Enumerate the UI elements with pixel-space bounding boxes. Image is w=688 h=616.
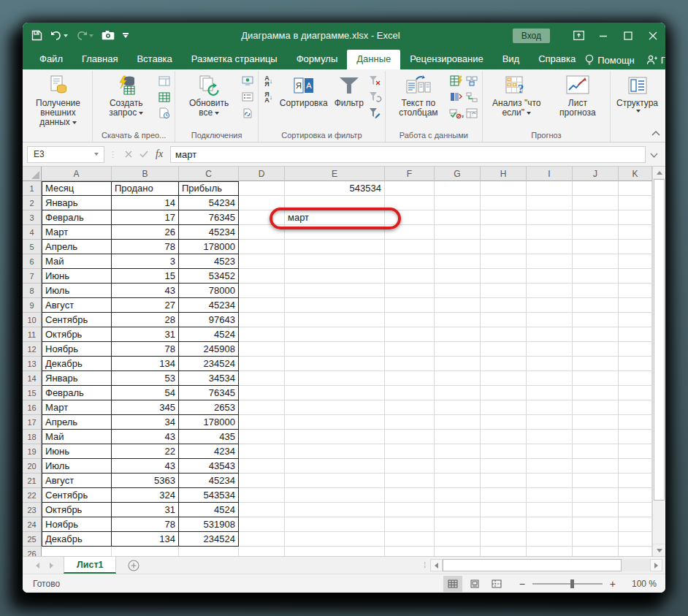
cell-A24[interactable]: Ноябрь <box>42 517 112 532</box>
cell-F9[interactable] <box>385 298 435 313</box>
cell-K1[interactable] <box>619 181 652 196</box>
row-header-5[interactable]: 5 <box>23 240 42 254</box>
cell-E26[interactable] <box>285 547 385 556</box>
qat-customize-icon[interactable] <box>123 33 129 38</box>
collapse-ribbon-icon[interactable] <box>651 126 660 139</box>
cell-F11[interactable] <box>385 327 435 342</box>
cell-F18[interactable] <box>385 430 435 444</box>
cell-K21[interactable] <box>619 474 652 488</box>
forecast-sheet-button[interactable]: Лист прогноза <box>549 72 607 129</box>
vertical-scrollbar[interactable] <box>652 167 665 556</box>
cell-J7[interactable] <box>573 269 619 284</box>
cell-I3[interactable] <box>527 210 573 225</box>
cell-E9[interactable] <box>285 298 385 313</box>
cell-I9[interactable] <box>527 298 573 313</box>
cell-D15[interactable] <box>239 386 285 400</box>
cell-I19[interactable] <box>527 444 573 459</box>
cell-B7[interactable]: 15 <box>112 269 179 284</box>
cell-D21[interactable] <box>239 474 285 488</box>
cell-G16[interactable] <box>435 400 481 415</box>
cell-B5[interactable]: 78 <box>112 240 179 254</box>
cell-J18[interactable] <box>573 430 619 444</box>
edit-links-icon[interactable] <box>240 106 255 120</box>
cell-E23[interactable] <box>285 503 385 517</box>
cell-H21[interactable] <box>481 474 527 488</box>
cell-D9[interactable] <box>239 298 285 313</box>
cell-C18[interactable]: 435 <box>179 430 239 444</box>
cell-A5[interactable]: Апрель <box>42 240 112 254</box>
cell-E13[interactable] <box>285 357 385 371</box>
cell-F8[interactable] <box>385 284 435 298</box>
cell-E24[interactable] <box>285 517 385 532</box>
cell-G9[interactable] <box>435 298 481 313</box>
cell-A20[interactable]: Июль <box>42 459 112 474</box>
cell-F23[interactable] <box>385 503 435 517</box>
cell-H18[interactable] <box>481 430 527 444</box>
cell-E3[interactable]: март <box>285 210 385 225</box>
cell-G1[interactable] <box>435 181 481 196</box>
cell-C1[interactable]: Прибыль <box>179 181 239 196</box>
row-header-17[interactable]: 17 <box>23 415 42 430</box>
get-external-data-button[interactable]: Получение внешних данных <box>27 72 89 129</box>
cell-E16[interactable] <box>285 400 385 415</box>
cell-G21[interactable] <box>435 474 481 488</box>
tab-view[interactable]: Вид <box>493 50 530 69</box>
cell-D1[interactable] <box>239 181 285 196</box>
cell-C8[interactable]: 78000 <box>179 284 239 298</box>
cell-A25[interactable]: Декабрь <box>42 532 112 547</box>
cell-C16[interactable]: 2653 <box>179 400 239 415</box>
cell-B20[interactable]: 43 <box>112 459 179 474</box>
cell-H9[interactable] <box>481 298 527 313</box>
cell-D8[interactable] <box>239 284 285 298</box>
cell-K18[interactable] <box>619 430 652 444</box>
cell-I17[interactable] <box>527 415 573 430</box>
cell-E5[interactable] <box>285 240 385 254</box>
cell-F14[interactable] <box>385 371 435 386</box>
cell-D2[interactable] <box>239 196 285 210</box>
cell-C25[interactable]: 234524 <box>179 532 239 547</box>
cell-H1[interactable] <box>481 181 527 196</box>
cell-H13[interactable] <box>481 357 527 371</box>
cell-A7[interactable]: Июнь <box>42 269 112 284</box>
cell-G20[interactable] <box>435 459 481 474</box>
cell-K3[interactable] <box>619 210 652 225</box>
cell-A21[interactable]: Август <box>42 474 112 488</box>
cell-F13[interactable] <box>385 357 435 371</box>
cell-J14[interactable] <box>573 371 619 386</box>
cell-I8[interactable] <box>527 284 573 298</box>
cell-H17[interactable] <box>481 415 527 430</box>
cell-K22[interactable] <box>619 488 652 503</box>
row-header-3[interactable]: 3 <box>23 210 42 225</box>
relationships-icon[interactable] <box>465 90 479 104</box>
cell-B1[interactable]: Продано <box>112 181 179 196</box>
outline-button[interactable]: Структура <box>614 72 661 129</box>
cell-J25[interactable] <box>573 532 619 547</box>
row-header-24[interactable]: 24 <box>23 517 42 532</box>
cell-K16[interactable] <box>619 400 652 415</box>
cell-I20[interactable] <box>527 459 573 474</box>
cell-D12[interactable] <box>239 342 285 357</box>
row-header-21[interactable]: 21 <box>23 474 42 488</box>
cell-I18[interactable] <box>527 430 573 444</box>
cell-H4[interactable] <box>481 225 527 240</box>
cell-A8[interactable]: Июль <box>42 284 112 298</box>
cell-G15[interactable] <box>435 386 481 400</box>
cell-D22[interactable] <box>239 488 285 503</box>
cell-A23[interactable]: Октябрь <box>42 503 112 517</box>
cell-J5[interactable] <box>573 240 619 254</box>
cell-G11[interactable] <box>435 327 481 342</box>
cell-J8[interactable] <box>573 284 619 298</box>
tab-data[interactable]: Данные <box>347 50 400 69</box>
cell-C5[interactable]: 178000 <box>179 240 239 254</box>
cell-D11[interactable] <box>239 327 285 342</box>
zoom-slider-thumb[interactable] <box>570 579 574 588</box>
tab-review[interactable]: Рецензирование <box>400 50 492 69</box>
cell-J21[interactable] <box>573 474 619 488</box>
cell-B24[interactable]: 78 <box>112 517 179 532</box>
cell-J19[interactable] <box>573 444 619 459</box>
cell-I13[interactable] <box>527 357 573 371</box>
row-header-14[interactable]: 14 <box>23 371 42 386</box>
from-table-icon[interactable] <box>157 90 172 104</box>
cell-E11[interactable] <box>285 327 385 342</box>
connections-icon[interactable] <box>240 74 255 88</box>
